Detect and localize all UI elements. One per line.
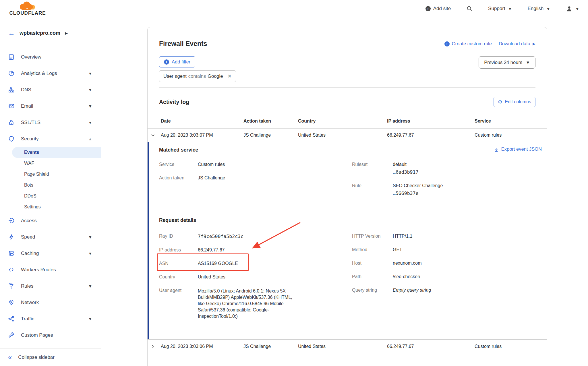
request-details-title: Request details xyxy=(159,217,542,223)
ray-id-field: Ray ID 7f9ce500fa5b2c3c xyxy=(159,234,352,239)
table-row[interactable]: Aug 20, 2023 3:03:06 PM JS Challenge Uni… xyxy=(148,340,547,353)
service-field: Service Custom rules xyxy=(159,162,352,167)
matched-service-title: Matched service xyxy=(159,147,198,153)
close-icon[interactable]: ✕ xyxy=(227,73,231,79)
cell-country: United States xyxy=(298,344,387,349)
event-detail-panel: Matched service Export event JSON Servic… xyxy=(148,142,547,339)
sidebar-item-speed[interactable]: Speed ▼ xyxy=(0,229,101,245)
ruleset-field: Ruleset default …6ad3b917 xyxy=(352,162,542,175)
filter-operator: contains xyxy=(188,73,206,79)
filter-field: User agent xyxy=(163,73,187,79)
sidebar-nav: Overview Analytics & Logs ▼ DNS ▼ Email … xyxy=(0,45,101,343)
hierarchy-icon xyxy=(8,86,15,93)
wrench-icon xyxy=(8,332,15,338)
triangle-right-icon: ▶ xyxy=(533,42,535,46)
col-header-action: Action taken xyxy=(243,119,298,124)
page-title: Firewall Events xyxy=(159,40,207,48)
sidebar: ← wpbasicpro.com ▶ Overview Analytics & … xyxy=(0,21,101,366)
user-agent-field: User agent Mozilla/5.0 (Linux; Android 6… xyxy=(159,288,352,319)
sidebar-item-rules[interactable]: Rules ▼ xyxy=(0,278,101,294)
sidebar-subitem-events[interactable]: Events xyxy=(12,147,101,158)
plus-circle-icon: + xyxy=(425,6,431,11)
sidebar-subitem-ddos[interactable]: DDoS xyxy=(0,191,101,202)
sidebar-subitem-bots[interactable]: Bots xyxy=(0,180,101,191)
plus-circle-icon: + xyxy=(444,41,450,47)
chevron-down-icon[interactable] xyxy=(150,133,155,138)
chevron-down-icon: ▼ xyxy=(88,251,92,256)
col-header-date: Date xyxy=(161,119,243,124)
user-icon xyxy=(566,5,572,12)
rule-field: Rule SEO Checker Challenge …5669b37e xyxy=(352,183,542,196)
sidebar-item-ssl-tls[interactable]: SSL/TLS ▼ xyxy=(0,114,101,131)
filter-chip[interactable]: User agent contains Google ✕ xyxy=(159,70,236,82)
action-taken-field: Action taken JS Challenge xyxy=(159,175,352,181)
create-custom-rule-link[interactable]: + Create custom rule xyxy=(444,41,492,47)
chevron-down-icon: ▼ xyxy=(88,317,92,321)
firewall-events-card: Firewall Events + Create custom rule Dow… xyxy=(147,27,547,366)
support-menu[interactable]: Support ▼ xyxy=(488,6,512,11)
cloudflare-wordmark: CLOUDFLARE xyxy=(9,10,46,16)
sidebar-subitem-page-shield[interactable]: Page Shield xyxy=(0,169,101,180)
sidebar-item-network[interactable]: Network xyxy=(0,294,101,311)
path-field: Path /seo-checker/ xyxy=(352,274,542,279)
shield-icon xyxy=(8,135,15,142)
sidebar-item-dns[interactable]: DNS ▼ xyxy=(0,82,101,98)
sidebar-subitem-waf[interactable]: WAF xyxy=(0,158,101,169)
activity-log-title: Activity log xyxy=(159,99,189,105)
cloudflare-logo[interactable]: CLOUDFLARE xyxy=(6,1,49,16)
top-bar: CLOUDFLARE + Add site Support ▼ English … xyxy=(0,0,588,17)
sidebar-item-access[interactable]: Access xyxy=(0,212,101,229)
download-icon xyxy=(494,148,499,152)
sidebar-item-security[interactable]: Security ▲ xyxy=(0,131,101,147)
sidebar-item-email[interactable]: Email ▼ xyxy=(0,98,101,114)
ruleset-id: …6ad3b917 xyxy=(393,169,418,175)
chevron-down-icon: ▼ xyxy=(546,7,550,11)
query-string-field: Query string Empty query string xyxy=(352,288,542,293)
sidebar-item-analytics[interactable]: Analytics & Logs ▼ xyxy=(0,65,101,82)
edit-columns-button[interactable]: ⚙ Edit columns xyxy=(494,97,535,107)
cell-action: JS Challenge xyxy=(243,133,298,138)
cell-ip: 66.249.77.67 xyxy=(387,344,475,349)
sidebar-item-workers-routes[interactable]: Workers Routes xyxy=(0,262,101,278)
filter-value: Google xyxy=(208,73,223,79)
cell-service: Custom rules xyxy=(475,344,547,349)
export-event-json-link[interactable]: Export event JSON xyxy=(494,146,542,153)
table-header: Date Action taken Country IP address Ser… xyxy=(148,119,547,129)
collapse-sidebar-button[interactable]: « Collapse sidebar xyxy=(0,348,101,366)
add-filter-button[interactable]: + Add filter xyxy=(159,56,195,67)
sidebar-item-traffic[interactable]: Traffic ▼ xyxy=(0,311,101,327)
chevron-down-icon: ▼ xyxy=(508,7,512,11)
login-arrow-icon xyxy=(8,217,15,224)
angle-brackets-icon xyxy=(8,266,15,273)
chevron-right-icon[interactable] xyxy=(150,344,155,349)
col-header-ip: IP address xyxy=(387,119,475,124)
language-menu[interactable]: English ▼ xyxy=(528,6,551,11)
chevron-down-icon: ▼ xyxy=(88,120,92,125)
sidebar-item-custom-pages[interactable]: Custom Pages xyxy=(0,327,101,343)
location-pin-icon xyxy=(8,299,15,306)
cloudflare-cloud-icon xyxy=(16,1,39,10)
cell-ip: 66.249.77.67 xyxy=(387,133,475,138)
sidebar-subitem-settings[interactable]: Settings xyxy=(0,202,101,212)
chevron-down-icon: ▼ xyxy=(526,60,530,65)
sidebar-item-caching[interactable]: Caching ▼ xyxy=(0,245,101,262)
table-row[interactable]: Aug 20, 2023 3:03:07 PM JS Challenge Uni… xyxy=(148,129,547,142)
plus-circle-icon: + xyxy=(164,59,169,65)
rule-id: …5669b37e xyxy=(393,191,443,196)
back-arrow-icon[interactable]: ← xyxy=(8,30,15,37)
chevron-right-icon[interactable]: ▶ xyxy=(65,31,68,35)
account-menu[interactable]: ▼ xyxy=(566,5,579,12)
add-site-button[interactable]: + Add site xyxy=(425,6,451,11)
sidebar-item-overview[interactable]: Overview xyxy=(0,49,101,65)
search-icon[interactable] xyxy=(466,5,473,12)
cell-date: Aug 20, 2023 3:03:07 PM xyxy=(161,133,243,138)
cell-service: Custom rules xyxy=(475,133,547,138)
lightning-icon xyxy=(8,234,15,240)
chevron-down-icon: ▼ xyxy=(88,88,92,92)
gear-icon: ⚙ xyxy=(498,100,502,104)
cell-country: United States xyxy=(298,133,387,138)
download-data-link[interactable]: Download data ▶ xyxy=(499,41,535,47)
chevron-down-icon: ▼ xyxy=(88,104,92,109)
funnel-icon xyxy=(8,283,15,289)
time-range-dropdown[interactable]: Previous 24 hours ▼ xyxy=(479,56,535,69)
